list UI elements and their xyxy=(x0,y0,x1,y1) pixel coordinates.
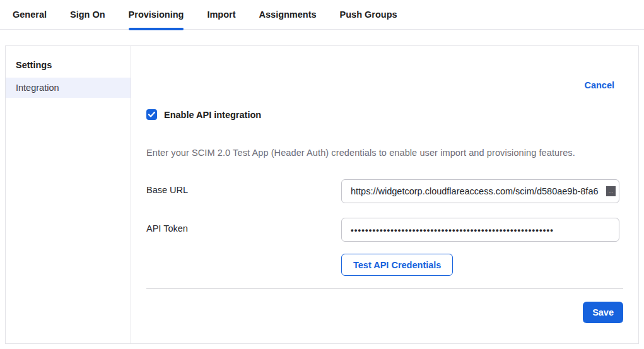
base-url-row: Base URL … xyxy=(146,179,623,203)
tab-provisioning[interactable]: Provisioning xyxy=(129,9,184,29)
integration-form: Cancel Enable API integration Enter your… xyxy=(131,46,638,343)
tab-sign-on[interactable]: Sign On xyxy=(70,9,105,29)
save-button[interactable]: Save xyxy=(583,302,623,323)
base-url-label: Base URL xyxy=(146,179,341,195)
test-credentials-row: Test API Credentials xyxy=(341,254,623,276)
base-url-input-wrap: … xyxy=(341,179,619,203)
api-token-input[interactable] xyxy=(341,218,619,242)
enable-api-checkbox[interactable] xyxy=(146,109,157,120)
app-tabbar: General Sign On Provisioning Import Assi… xyxy=(0,0,644,30)
enable-api-row: Enable API integration xyxy=(146,109,623,120)
settings-sidebar: Settings Integration xyxy=(6,46,131,343)
api-token-input-wrap xyxy=(341,218,619,242)
api-token-label: API Token xyxy=(146,218,341,234)
tab-push-groups[interactable]: Push Groups xyxy=(340,9,397,29)
credentials-description: Enter your SCIM 2.0 Test App (Header Aut… xyxy=(146,148,623,158)
sidebar-header: Settings xyxy=(6,54,131,78)
cancel-button[interactable]: Cancel xyxy=(584,80,614,90)
tab-assignments[interactable]: Assignments xyxy=(259,9,317,29)
api-token-row: API Token xyxy=(146,218,623,242)
sidebar-item-label: Integration xyxy=(16,83,59,93)
check-icon xyxy=(148,112,155,117)
save-row: Save xyxy=(146,302,623,323)
selection-artifact: … xyxy=(606,186,616,196)
tab-import[interactable]: Import xyxy=(207,9,235,29)
enable-api-label: Enable API integration xyxy=(164,110,261,120)
test-api-credentials-button[interactable]: Test API Credentials xyxy=(341,254,453,276)
provisioning-panel: Settings Integration Cancel Enable API i… xyxy=(5,45,639,344)
base-url-input[interactable] xyxy=(341,179,619,203)
tab-general[interactable]: General xyxy=(13,9,47,29)
sidebar-item-integration[interactable]: Integration xyxy=(6,78,131,98)
cancel-row: Cancel xyxy=(146,80,623,90)
form-divider xyxy=(146,288,623,289)
